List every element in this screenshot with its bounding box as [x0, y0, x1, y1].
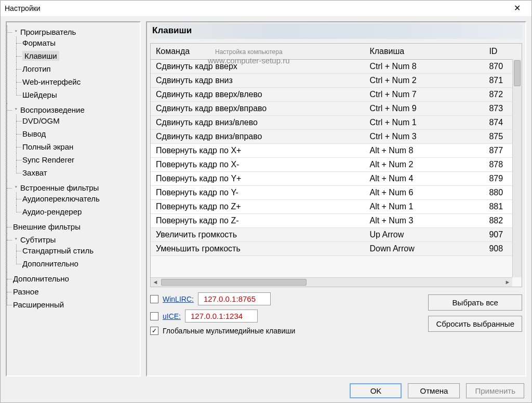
col-command[interactable]: Команда — [151, 44, 364, 59]
winlirc-link[interactable]: WinLIRC: — [163, 295, 194, 303]
cell-cmd: Сдвинуть кадр вниз/влево — [151, 115, 364, 129]
titlebar: Настройки ✕ — [1, 1, 531, 16]
tree-shaders[interactable]: Шейдеры — [22, 90, 57, 99]
tree-audio-renderer[interactable]: Аудио-рендерер — [22, 207, 82, 216]
table-row[interactable]: Повернуть кадр по X-Alt + Num 2878 — [151, 157, 522, 171]
cell-key: Alt + Num 6 — [364, 185, 484, 199]
chevron-down-icon[interactable]: ˅ — [13, 30, 19, 36]
cell-key: Up Arrow — [364, 227, 484, 241]
col-id[interactable]: ID — [484, 44, 522, 59]
table-row[interactable]: Сдвинуть кадр вниз/влевоCtrl + Num 1874 — [151, 115, 522, 129]
tree-player[interactable]: Проигрыватель — [20, 28, 76, 36]
cell-key: Alt + Num 4 — [364, 171, 484, 185]
horizontal-scrollbar[interactable]: ◄ ► — [151, 277, 512, 287]
tree-extended[interactable]: Расширенный — [13, 300, 64, 309]
settings-tree[interactable]: ˅Проигрыватель Форматы Клавиши Логотип W… — [6, 21, 141, 377]
cell-key: Alt + Num 2 — [364, 157, 484, 171]
keys-table[interactable]: Команда Клавиша ID Сдвинуть кадр вверхCt… — [151, 44, 522, 256]
cell-key: Ctrl + Num 8 — [364, 59, 484, 73]
window-title: Настройки — [5, 4, 507, 12]
cell-cmd: Повернуть кадр по X- — [151, 157, 364, 171]
keys-panel: Клавиши Команда Клавиша ID Сдвинуть кадр… — [146, 21, 526, 377]
dialog-footer: OK Отмена Применить — [1, 379, 531, 402]
cell-key: Ctrl + Num 1 — [364, 115, 484, 129]
table-row[interactable]: Сдвинуть кадр вниз/вправоCtrl + Num 3875 — [151, 129, 522, 143]
cell-cmd: Сдвинуть кадр вниз — [151, 73, 364, 87]
tree-keys[interactable]: Клавиши — [22, 51, 59, 61]
chevron-right-icon[interactable]: ► — [503, 278, 512, 287]
uice-link[interactable]: uICE: — [163, 312, 181, 320]
tree-external-filters[interactable]: Внешние фильтры — [13, 222, 81, 231]
table-row[interactable]: Сдвинуть кадр внизCtrl + Num 2871 — [151, 73, 522, 87]
cell-cmd: Повернуть кадр по X+ — [151, 143, 364, 157]
tree-advanced[interactable]: Дополнительно — [13, 274, 69, 283]
global-keys-label: Глобальные мультимедийные клавиши — [163, 327, 295, 335]
select-all-button[interactable]: Выбрать все — [428, 294, 522, 311]
tree-playback[interactable]: Воспроизведение — [20, 105, 85, 114]
chevron-down-icon[interactable]: ˅ — [13, 237, 19, 244]
table-row[interactable]: Уменьшить громкостьDown Arrow908 — [151, 241, 522, 256]
reset-selected-button[interactable]: Сбросить выбранные — [428, 316, 522, 332]
tree-default-style[interactable]: Стандартный стиль — [22, 246, 94, 255]
table-row[interactable]: Повернуть кадр по Y+Alt + Num 4879 — [151, 171, 522, 185]
col-key[interactable]: Клавиша — [364, 44, 484, 59]
tree-internal-filters[interactable]: Встроенные фильтры — [20, 183, 99, 192]
tree-fullscreen[interactable]: Полный экран — [22, 142, 73, 151]
vertical-scrollbar[interactable] — [512, 59, 522, 277]
tree-subtitles[interactable]: Субтитры — [20, 235, 56, 244]
tree-logo[interactable]: Логотип — [22, 64, 51, 73]
settings-window: Настройки ✕ ˅Проигрыватель Форматы Клави… — [0, 0, 532, 403]
winlirc-input[interactable]: 127.0.0.1:8765 — [198, 292, 271, 305]
table-row[interactable]: Сдвинуть кадр вверх/влевоCtrl + Num 7872 — [151, 87, 522, 101]
cell-key: Alt + Num 3 — [364, 213, 484, 227]
table-row[interactable]: Сдвинуть кадр вверхCtrl + Num 8870 — [151, 59, 522, 73]
table-row[interactable]: Сдвинуть кадр вверх/вправоCtrl + Num 987… — [151, 101, 522, 115]
winlirc-checkbox[interactable] — [150, 295, 158, 303]
cell-key: Ctrl + Num 3 — [364, 129, 484, 143]
chevron-down-icon[interactable]: ˅ — [13, 108, 19, 114]
cell-cmd: Повернуть кадр по Y- — [151, 185, 364, 199]
tree-web[interactable]: Web-интерфейс — [22, 77, 81, 86]
tree-output[interactable]: Вывод — [22, 129, 46, 138]
uice-input[interactable]: 127.0.0.1:1234 — [185, 310, 258, 323]
close-button[interactable]: ✕ — [507, 1, 527, 16]
cell-key: Ctrl + Num 2 — [364, 73, 484, 87]
apply-button[interactable]: Применить — [466, 383, 524, 398]
tree-audio-switcher[interactable]: Аудиопереключатель — [22, 194, 100, 203]
cell-key: Down Arrow — [364, 241, 484, 256]
tree-dvd[interactable]: DVD/OGM — [22, 116, 60, 125]
cell-cmd: Сдвинуть кадр вверх — [151, 59, 364, 73]
tree-capture[interactable]: Захват — [22, 168, 47, 177]
cell-cmd: Уменьшить громкость — [151, 241, 364, 256]
cell-cmd: Сдвинуть кадр вверх/влево — [151, 87, 364, 101]
global-keys-checkbox[interactable]: ✓ — [150, 327, 158, 335]
cell-cmd: Сдвинуть кадр вниз/вправо — [151, 129, 364, 143]
chevron-left-icon[interactable]: ◄ — [151, 278, 160, 287]
table-row[interactable]: Повернуть кадр по Y-Alt + Num 6880 — [151, 185, 522, 199]
table-row[interactable]: Повернуть кадр по Z+Alt + Num 1881 — [151, 199, 522, 213]
cell-key: Ctrl + Num 9 — [364, 101, 484, 115]
table-row[interactable]: Увеличить громкостьUp Arrow907 — [151, 227, 522, 241]
cell-key: Alt + Num 8 — [364, 143, 484, 157]
tree-misc[interactable]: Разное — [13, 287, 39, 296]
cell-cmd: Сдвинуть кадр вверх/вправо — [151, 101, 364, 115]
keys-table-container: Команда Клавиша ID Сдвинуть кадр вверхCt… — [150, 43, 522, 287]
tree-sync[interactable]: Sync Renderer — [22, 155, 74, 164]
cell-key: Ctrl + Num 7 — [364, 87, 484, 101]
tree-sub-advanced[interactable]: Дополнительно — [22, 259, 78, 268]
chevron-down-icon[interactable]: ˅ — [13, 185, 19, 192]
table-row[interactable]: Повернуть кадр по Z-Alt + Num 3882 — [151, 213, 522, 227]
ok-button[interactable]: OK — [350, 383, 402, 398]
cell-cmd: Повернуть кадр по Z+ — [151, 199, 364, 213]
tree-formats[interactable]: Форматы — [22, 38, 56, 47]
uice-checkbox[interactable] — [150, 312, 158, 320]
section-title: Клавиши — [150, 23, 522, 39]
cell-key: Alt + Num 1 — [364, 199, 484, 213]
cell-cmd: Повернуть кадр по Y+ — [151, 171, 364, 185]
cell-cmd: Повернуть кадр по Z- — [151, 213, 364, 227]
cell-cmd: Увеличить громкость — [151, 227, 364, 241]
table-row[interactable]: Повернуть кадр по X+Alt + Num 8877 — [151, 143, 522, 157]
cancel-button[interactable]: Отмена — [408, 383, 460, 398]
